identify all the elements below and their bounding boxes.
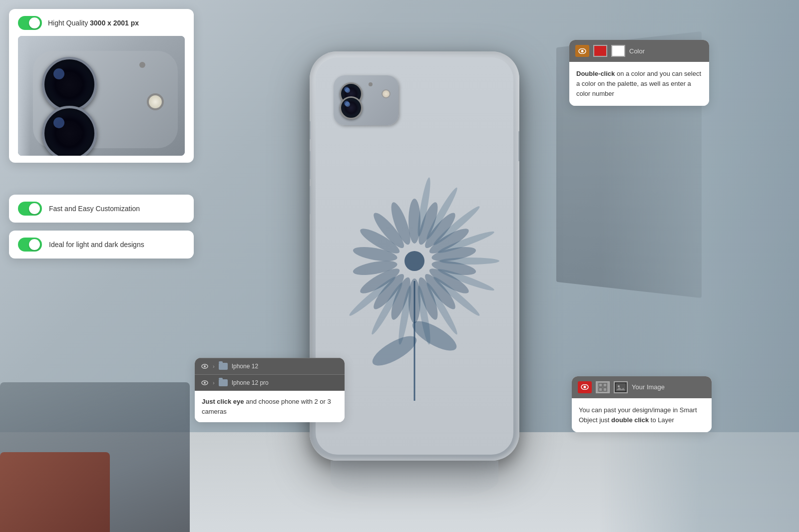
closeup-lens-2 [42,106,97,156]
smart-eye-button[interactable] [578,381,592,393]
quality-title-prefix: Hight Quality [48,19,90,27]
wallet-background [0,452,110,532]
quality-toggle[interactable] [18,16,42,30]
phone-case-design [326,117,503,415]
camera-bump-closeup [33,51,178,148]
feature-card-2: Ideal for light and dark designs [9,231,194,259]
closeup-lens-1 [42,57,97,112]
microphone [369,82,373,86]
feature-toggle-2[interactable] [18,238,42,252]
layer-eye-icon-1[interactable] [201,362,209,370]
color-swatch-white[interactable] [611,45,625,57]
smart-header: Your Image [572,376,712,398]
smart-icon-grid [596,381,610,393]
color-header: Color [569,40,709,62]
svg-point-37 [204,382,206,384]
color-card: Color Double-click on a color and you ca… [569,40,709,106]
svg-point-35 [204,365,206,367]
color-swatch-red[interactable] [593,45,607,57]
smart-desc-end: to Layer [649,416,674,424]
smart-description: You can past your design/image in Smart … [572,398,712,432]
volume-up-button [310,151,311,179]
quality-header: Hight Quality 3000 x 2001 px [18,16,185,30]
quality-title: Hight Quality 3000 x 2001 px [48,19,139,27]
svg-point-33 [404,251,424,271]
layer-name-2: Iphone 12 pro [232,379,339,386]
layer-row-1: › Iphone 12 [195,358,345,374]
quality-image [18,36,185,156]
layers-description: Just click eye and choose phone with 2 o… [195,391,345,422]
color-eye-button[interactable] [575,45,589,57]
svg-point-39 [581,50,584,52]
phone-screen [316,57,513,455]
svg-rect-42 [599,383,602,387]
feature-card-1: Fast and Easy Customization [9,195,194,223]
layers-desc-bold: Just click eye [202,398,244,405]
feature-label-1: Fast and Easy Customization [49,205,140,213]
camera-lens-secondary [340,96,363,119]
closeup-mic [139,62,145,68]
smart-icon-image [614,381,628,393]
svg-point-25 [439,258,499,265]
color-description: Double-click on a color and you can sele… [569,62,709,106]
svg-rect-45 [603,388,607,391]
layer-folder-2 [219,379,228,386]
color-label: Color [629,47,703,55]
phone-edge-left [18,36,30,156]
svg-point-47 [618,385,620,387]
smart-desc-bold: double click [611,416,649,424]
svg-rect-43 [603,383,607,387]
layer-folder-1 [219,363,228,370]
layer-eye-icon-2[interactable] [201,379,209,387]
phone-reflection [331,461,498,501]
feature-toggle-1[interactable] [18,202,42,216]
layer-arrow-1: › [213,363,215,369]
volume-down-button [310,186,311,214]
layer-arrow-2: › [213,380,215,386]
mute-button [310,121,311,139]
power-button [518,131,519,161]
camera-flash [382,89,391,98]
color-desc-bold: Double-click [576,70,615,77]
svg-point-41 [584,386,586,388]
quality-card: Hight Quality 3000 x 2001 px [9,9,194,163]
closeup-flash [147,93,164,110]
layer-row-2: › Iphone 12 pro [195,374,345,391]
smart-label: Your Image [632,383,706,391]
svg-rect-44 [599,388,602,391]
svg-point-1 [369,330,421,371]
smart-object-card: Your Image You can past your design/imag… [572,376,712,432]
feature-label-2: Ideal for light and dark designs [49,241,144,249]
quality-title-bold: 3000 x 2001 px [90,19,139,27]
layers-card: › Iphone 12 › Iphone 12 pro Just click e… [195,358,345,422]
layer-name-1: Iphone 12 [232,363,339,370]
